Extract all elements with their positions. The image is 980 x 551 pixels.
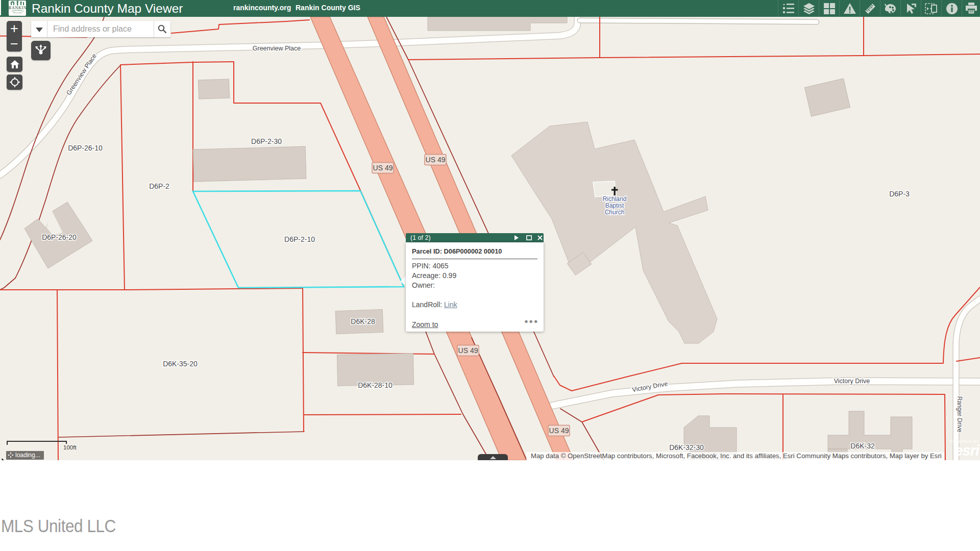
svg-text:Richland: Richland bbox=[603, 195, 627, 203]
svg-text:US 49: US 49 bbox=[549, 427, 569, 435]
svg-text:Ranger Drive: Ranger Drive bbox=[956, 396, 963, 433]
svg-text:D6P-2-10: D6P-2-10 bbox=[284, 235, 315, 243]
svg-text:D6P-2: D6P-2 bbox=[149, 182, 169, 190]
svg-text:RANKIN: RANKIN bbox=[9, 5, 26, 10]
svg-text:US 49: US 49 bbox=[426, 156, 446, 164]
svg-text:D6P-3: D6P-3 bbox=[889, 190, 910, 198]
svg-text:D6K-32: D6K-32 bbox=[850, 442, 875, 450]
svg-text:D6P-2-30: D6P-2-30 bbox=[251, 137, 282, 145]
svg-text:D6K-32-30: D6K-32-30 bbox=[669, 443, 704, 452]
svg-text:Mississippi: Mississippi bbox=[13, 12, 22, 14]
svg-text:100ft: 100ft bbox=[63, 444, 77, 450]
svg-text:D6P-26-10: D6P-26-10 bbox=[68, 144, 103, 152]
svg-text:Greenview Place: Greenview Place bbox=[253, 45, 301, 52]
svg-text:D6K-28-10: D6K-28-10 bbox=[358, 381, 393, 389]
svg-text:Church: Church bbox=[605, 209, 625, 216]
svg-text:US 49: US 49 bbox=[458, 346, 478, 355]
svg-text:D6K-35-20: D6K-35-20 bbox=[163, 360, 198, 368]
svg-text:Victory Drive: Victory Drive bbox=[834, 378, 870, 385]
svg-text:D6K-28: D6K-28 bbox=[351, 317, 375, 325]
svg-text:Baptist: Baptist bbox=[605, 202, 624, 209]
svg-text:D6P-26-20: D6P-26-20 bbox=[42, 233, 77, 241]
svg-text:US 49: US 49 bbox=[373, 164, 393, 172]
